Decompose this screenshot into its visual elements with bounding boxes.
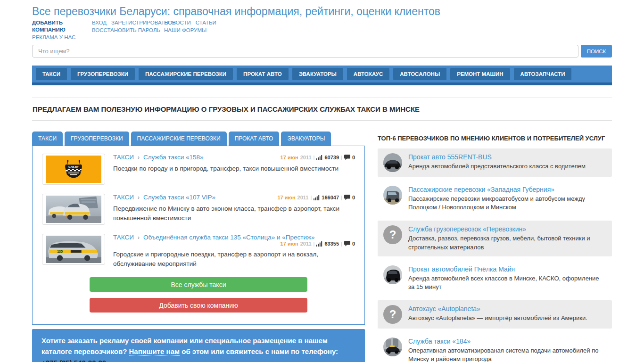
news-link[interactable]: НОВОСТИ (164, 19, 191, 26)
comments-count: 0 (352, 241, 355, 247)
listing-title-link[interactable]: Объединённая служба такси 135 «Столица» … (143, 234, 315, 241)
banner-phone-label: телефону: (301, 347, 338, 355)
carrier-description: Оперативная автоматизированая система по… (408, 346, 606, 362)
write-us-link[interactable]: Напишите нам (129, 347, 180, 356)
listing-category-link[interactable]: ТАКСИ (113, 234, 134, 241)
listing-row: CAB.BY ТАКСИ › Служба такси «158» (42, 154, 355, 185)
svg-text:135: 135 (57, 250, 63, 253)
listing-meta: 17 июн 2011 | 63355 | 0 (275, 241, 355, 247)
menu-item-autohaus[interactable]: АВТОХАУС (347, 68, 389, 80)
carrier-body: Прокат авто 555RENT-BUS Аренда автомобил… (408, 153, 586, 171)
carrier-item: Прокат автомобилей Пчёлка Майя Аренда ав… (378, 261, 612, 296)
listing-title-link[interactable]: Служба такси «107 VIP» (143, 194, 215, 201)
svg-text:?: ? (389, 228, 396, 241)
add-your-company-button[interactable]: Добавить свою компанию (90, 298, 307, 313)
advertise-link[interactable]: РЕКЛАМА У НАС (32, 34, 75, 41)
listing-title-link[interactable]: Служба такси «158» (143, 154, 204, 161)
ad-banner: Хотите заказать рекламу своей компании и… (32, 329, 365, 362)
page-title: Все перевозчики Беларуси: справочная инф… (32, 5, 612, 18)
listing-category-link[interactable]: ТАКСИ (113, 194, 134, 201)
banner-text-middle: об этом или свяжитесь с нами по (180, 347, 301, 355)
carrier-item: Служба такси «184» Оперативная автоматиз… (378, 333, 612, 362)
chevron-right-icon: › (138, 154, 140, 161)
listing-meta: 17 июн 2011 | 60739 | 0 (275, 155, 355, 160)
taxi-minivan-photo: 135 (44, 236, 103, 263)
login-link[interactable]: ВХОД (92, 19, 107, 26)
comments-icon (344, 155, 350, 160)
topnav-col-1: ДОБАВИТЬ КОМПАНИЮ РЕКЛАМА У НАС (32, 19, 92, 41)
listing-date: 17 июн (281, 155, 298, 160)
carrier-avatar-minibus (383, 186, 402, 205)
listing-row: ТАКСИ › Служба такси «107 VIP» 17 июн 20… (42, 194, 355, 225)
tab-cargo[interactable]: ГРУЗОПЕРЕВОЗКИ (65, 132, 129, 146)
carrier-description: Аренда автомобилей всех классов в Минске… (408, 274, 606, 291)
tab-passenger[interactable]: ПАССАЖИРСКИЕ ПЕРЕВОЗКИ (131, 132, 227, 146)
listings-panel: CAB.BY ТАКСИ › Служба такси «158» (32, 146, 365, 325)
all-taxi-services-button[interactable]: Все службы такси (90, 277, 307, 292)
listing-description: Городские и пригородные поездки, трансфе… (113, 250, 355, 268)
listing-year: 2011 (300, 241, 312, 247)
menu-item-cargo[interactable]: ГРУЗОПЕРЕВОЗКИ (71, 68, 135, 80)
menu-item-car-repair[interactable]: РЕМОНТ МАШИН (450, 68, 510, 80)
carrier-title-link[interactable]: Прокат автомобилей Пчёлка Майя (408, 265, 606, 273)
top-navigation: ДОБАВИТЬ КОМПАНИЮ РЕКЛАМА У НАС ВХОД ЗАР… (32, 19, 612, 41)
listing-date: 17 июн (281, 241, 298, 247)
views-count: 166047 (322, 195, 339, 200)
comments-icon (344, 241, 350, 247)
topnav-col-2: ВХОД ЗАРЕГИСТРИРОВАТЬСЯ ВОССТАНОВИТЬ ПАР… (92, 19, 164, 41)
listing-thumbnail-minivan-photo[interactable]: 135 (42, 234, 105, 265)
views-count: 63355 (324, 241, 339, 247)
views-count: 60739 (324, 155, 339, 160)
carrier-title-link[interactable]: Пассажирские перевозки «Западная Губерни… (408, 186, 606, 193)
category-tabs: ТАКСИ ГРУЗОПЕРЕВОЗКИ ПАССАЖИРСКИЕ ПЕРЕВО… (32, 132, 365, 146)
menu-item-taxi[interactable]: ТАКСИ (36, 68, 67, 80)
carrier-title-link[interactable]: Автохаус «Autoplaneta» (408, 305, 587, 313)
menu-item-car-rent[interactable]: ПРОКАТ АВТО (237, 68, 289, 80)
carrier-description: Аренда автомобилей представительского кл… (408, 162, 586, 171)
search-button[interactable]: ПОИСК (581, 45, 612, 58)
carrier-body: Служба грузоперевозок «Перевозкин» Доста… (408, 225, 606, 251)
views-icon (316, 155, 322, 160)
menu-item-car-dealers[interactable]: АВТОСАЛОНЫ (393, 68, 446, 80)
listing-thumbnail-cabby-logo[interactable]: CAB.BY (42, 154, 105, 185)
topnav-col-3: НОВОСТИ СТАТЬИ НАШИ ФОРУМЫ (164, 19, 216, 41)
add-company-link[interactable]: ДОБАВИТЬ КОМПАНИЮ (32, 19, 92, 33)
carrier-avatar-executive-car (383, 153, 402, 172)
menu-item-passenger[interactable]: ПАССАЖИРСКИЕ ПЕРЕВОЗКИ (139, 68, 233, 80)
tab-tow-trucks[interactable]: ЭВАКУАТОРЫ (281, 132, 331, 146)
listing-description: Передвижение по Минску в авто эконом кла… (113, 204, 355, 222)
comments-count: 0 (352, 195, 355, 200)
comments-icon (344, 195, 350, 200)
question-mark-avatar: ? (383, 305, 402, 324)
menu-item-auto-parts[interactable]: АВТОЗАПЧАСТИ (514, 68, 572, 80)
carrier-description: Автохаус «Autoplaneta» — импортёр автомо… (408, 314, 587, 322)
views-icon (316, 241, 322, 247)
menu-item-tow-trucks[interactable]: ЭВАКУАТОРЫ (292, 68, 343, 80)
forums-link[interactable]: НАШИ ФОРУМЫ (164, 27, 206, 34)
question-mark-avatar: ? (383, 225, 402, 244)
carrier-avatar-suv (383, 265, 402, 284)
main-content: ТАКСИ ГРУЗОПЕРЕВОЗКИ ПАССАЖИРСКИЕ ПЕРЕВО… (32, 132, 612, 362)
listing-content: ТАКСИ › Служба такси «158» 17 июн 2011 |… (113, 154, 355, 185)
carrier-item: Пассажирские перевозки «Западная Губерни… (378, 181, 612, 216)
tab-car-rent[interactable]: ПРОКАТ АВТО (229, 132, 280, 146)
carrier-title-link[interactable]: Служба такси «184» (408, 337, 606, 345)
chevron-right-icon: › (138, 194, 140, 201)
carrier-item: ? Автохаус «Autoplaneta» Автохаус «Autop… (378, 300, 612, 329)
listing-content: ТАКСИ › Служба такси «107 VIP» 17 июн 20… (113, 194, 355, 225)
carrier-item: Прокат авто 555RENT-BUS Аренда автомобил… (378, 148, 612, 177)
taxi-cars-photo (44, 196, 103, 223)
listing-thumbnail-taxi-photo[interactable] (42, 194, 105, 225)
carrier-title-link[interactable]: Прокат авто 555RENT-BUS (408, 153, 586, 161)
carrier-title-link[interactable]: Служба грузоперевозок «Перевозкин» (408, 225, 606, 233)
carrier-description: Пассажирские перевозки микроавтобусом и … (408, 195, 606, 212)
svg-text:CAB.BY: CAB.BY (68, 165, 79, 168)
listing-year: 2011 (300, 155, 312, 160)
restore-password-link[interactable]: ВОССТАНОВИТЬ ПАРОЛЬ (92, 27, 160, 34)
articles-link[interactable]: СТАТЬИ (196, 19, 216, 26)
listing-description: Поездки по городу и в пригород, трансфер… (113, 164, 355, 173)
tab-taxi[interactable]: ТАКСИ (32, 132, 63, 146)
listing-category-link[interactable]: ТАКСИ (113, 154, 134, 161)
search-input[interactable] (32, 45, 578, 58)
comments-count: 0 (352, 155, 355, 160)
